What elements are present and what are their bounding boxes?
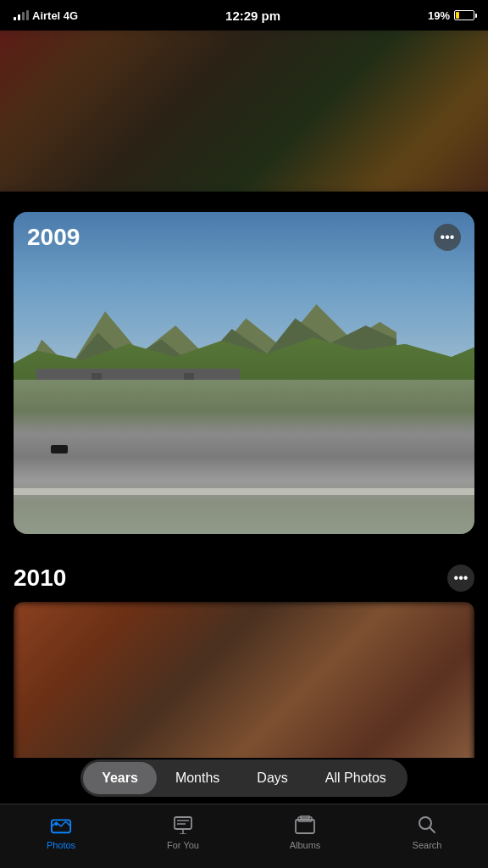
more-button-2010[interactable]: ••• xyxy=(447,565,474,592)
carrier-label: Airtel 4G xyxy=(32,9,78,22)
car xyxy=(51,445,68,453)
tab-days[interactable]: Days xyxy=(238,762,306,794)
year-section-2010: 2010 ••• xyxy=(0,548,488,758)
battery-icon xyxy=(454,10,474,20)
road-area xyxy=(14,380,474,534)
top-photo-overlay xyxy=(0,31,488,192)
year-label-2010: 2010 xyxy=(14,565,66,592)
nav-item-photos[interactable]: Photos xyxy=(31,813,91,850)
tab-all-photos[interactable]: All Photos xyxy=(307,762,405,794)
for-you-nav-icon xyxy=(171,813,195,837)
status-right: 19% xyxy=(428,9,474,22)
status-left: Airtel 4G xyxy=(14,9,78,22)
nav-label-photos: Photos xyxy=(47,840,75,850)
more-dots-2010: ••• xyxy=(454,570,469,586)
albums-nav-icon xyxy=(293,813,317,837)
search-nav-icon xyxy=(415,813,439,837)
year-2010-header: 2010 ••• xyxy=(14,565,474,592)
tab-months[interactable]: Months xyxy=(157,762,238,794)
guard-rail xyxy=(14,488,474,495)
svg-point-3 xyxy=(55,822,58,826)
status-bar: Airtel 4G 12:29 pm 19% xyxy=(0,0,488,31)
bottom-nav: Photos For You Albums xyxy=(0,804,488,868)
photos-nav-icon xyxy=(49,813,73,837)
year-section-2009: 2009 ••• xyxy=(0,192,488,548)
svg-line-12 xyxy=(430,828,435,833)
nav-item-albums[interactable]: Albums xyxy=(275,813,335,850)
year-card-2009[interactable]: 2009 ••• xyxy=(14,212,474,534)
tab-selector-container: Years Months Days All Photos xyxy=(0,753,488,804)
nav-item-search[interactable]: Search xyxy=(397,813,457,850)
nav-label-for-you: For You xyxy=(167,840,199,850)
more-button-2009[interactable]: ••• xyxy=(434,224,461,251)
nav-item-for-you[interactable]: For You xyxy=(153,813,213,850)
main-scroll-area: 2009 ••• xyxy=(0,31,488,758)
clock: 12:29 pm xyxy=(225,8,280,23)
nav-label-albums: Albums xyxy=(290,840,321,850)
tab-selector: Years Months Days All Photos xyxy=(80,760,408,797)
more-dots-2009: ••• xyxy=(441,230,455,245)
tab-years[interactable]: Years xyxy=(83,762,157,794)
year-label-2009: 2009 xyxy=(27,224,80,251)
svg-rect-4 xyxy=(175,817,191,829)
nav-label-search: Search xyxy=(413,840,442,850)
year-photo-2010 xyxy=(14,602,474,758)
battery-percent: 19% xyxy=(428,9,450,22)
signal-icon xyxy=(14,10,29,20)
photo-2010-blur xyxy=(14,602,474,758)
year-card-header-2009: 2009 ••• xyxy=(14,212,474,263)
top-photo xyxy=(0,31,488,192)
